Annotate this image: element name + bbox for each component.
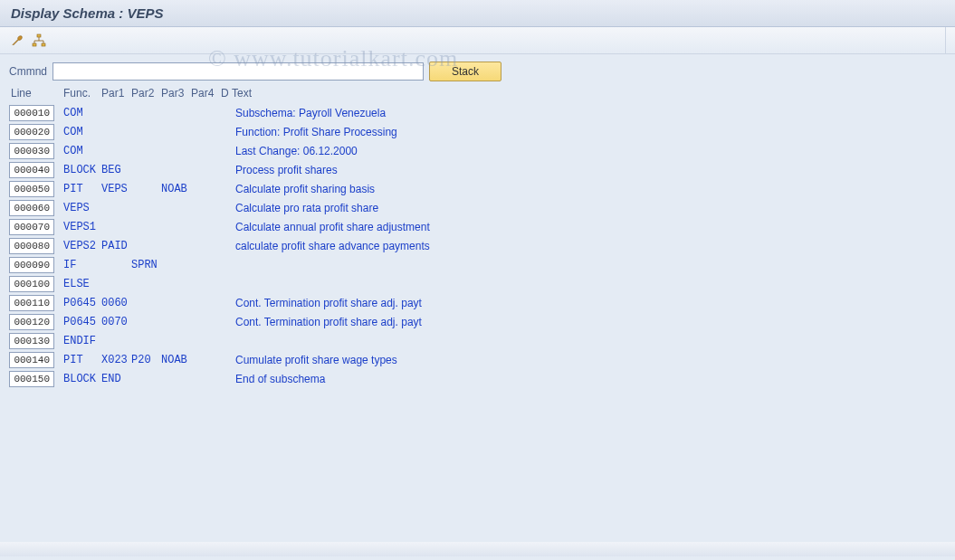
cell-func: VEPS1 — [63, 221, 101, 233]
rows-container: 000010COMSubschema: Payroll Venezuela000… — [0, 103, 955, 388]
cell-par2: SPRN — [131, 259, 161, 271]
structure-icon[interactable] — [31, 33, 47, 49]
cell-func: ENDIF — [63, 335, 101, 347]
cell-par1: 0070 — [101, 316, 131, 328]
line-number-input[interactable]: 000060 — [9, 200, 54, 216]
table-row: 000150BLOCKENDEnd of subschema — [0, 369, 955, 388]
line-number-input[interactable]: 000130 — [9, 333, 54, 349]
titlebar: Display Schema : VEPS — [0, 0, 955, 27]
table-row: 000040BLOCKBEGProcess profit shares — [0, 160, 955, 179]
cell-text: Cont. Termination profit share adj. payt — [232, 316, 946, 328]
table-row: 000050PITVEPSNOABCalculate profit sharin… — [0, 179, 955, 198]
svg-rect-1 — [33, 43, 36, 46]
cell-func: VEPS — [63, 202, 101, 214]
header-d: D — [221, 87, 232, 100]
toolbar-separator — [945, 27, 946, 54]
cell-text: Last Change: 06.12.2000 — [232, 145, 946, 157]
cell-func: PIT — [63, 354, 101, 366]
cell-par1: VEPS — [101, 183, 131, 195]
cell-par3: NOAB — [161, 183, 191, 195]
header-par1: Par1 — [101, 87, 131, 100]
table-row: 000120P06450070Cont. Termination profit … — [0, 312, 955, 331]
cell-text: Process profit shares — [232, 164, 946, 176]
table-row: 000130ENDIF — [0, 331, 955, 350]
page-title: Display Schema : VEPS — [11, 5, 163, 21]
table-row: 000090IFSPRN — [0, 255, 955, 274]
cell-par1: X023 — [101, 354, 131, 366]
cell-func: COM — [63, 145, 101, 157]
svg-rect-2 — [42, 43, 45, 46]
table-row: 000110P06450060Cont. Termination profit … — [0, 293, 955, 312]
cell-func: BLOCK — [63, 164, 101, 176]
table-row: 000030COMLast Change: 06.12.2000 — [0, 141, 955, 160]
cell-func: P0645 — [63, 297, 101, 309]
svg-rect-0 — [37, 34, 41, 37]
header-func: Func. — [63, 87, 101, 100]
cell-text: Function: Profit Share Processing — [232, 126, 946, 138]
cell-text: Subschema: Payroll Venezuela — [232, 107, 946, 119]
cell-text: End of subschema — [232, 373, 946, 385]
header-par3: Par3 — [161, 87, 191, 100]
line-number-input[interactable]: 000110 — [9, 295, 54, 311]
table-row: 000080VEPS2PAIDcalculate profit share ad… — [0, 236, 955, 255]
line-number-input[interactable]: 000050 — [9, 181, 54, 197]
header-par2: Par2 — [131, 87, 161, 100]
cell-func: IF — [63, 259, 101, 271]
line-number-input[interactable]: 000150 — [9, 371, 54, 387]
cell-text: Cumulate profit share wage types — [232, 354, 946, 366]
line-number-input[interactable]: 000120 — [9, 314, 54, 330]
line-number-input[interactable]: 000090 — [9, 257, 54, 273]
table-row: 000010COMSubschema: Payroll Venezuela — [0, 103, 955, 122]
cell-text: calculate profit share advance payments — [232, 240, 946, 252]
line-number-input[interactable]: 000100 — [9, 276, 54, 292]
cell-func: COM — [63, 107, 101, 119]
table-row: 000060VEPSCalculate pro rata profit shar… — [0, 198, 955, 217]
cell-text: Calculate pro rata profit share — [232, 202, 946, 214]
line-number-input[interactable]: 000140 — [9, 352, 54, 368]
table-row: 000100ELSE — [0, 274, 955, 293]
cell-func: BLOCK — [63, 373, 101, 385]
cell-text: Calculate profit sharing basis — [232, 183, 946, 195]
line-number-input[interactable]: 000070 — [9, 219, 54, 235]
wrench-icon[interactable] — [9, 33, 25, 49]
command-input[interactable] — [53, 62, 424, 81]
cell-par1: 0060 — [101, 297, 131, 309]
cell-func: VEPS2 — [63, 240, 101, 252]
cell-text: Cont. Termination profit share adj. payt — [232, 297, 946, 309]
cell-func: P0645 — [63, 316, 101, 328]
cell-par1: PAID — [101, 240, 131, 252]
command-label: Cmmnd — [9, 65, 47, 78]
line-number-input[interactable]: 000020 — [9, 124, 54, 140]
cell-par1: BEG — [101, 164, 131, 176]
toolbar — [0, 27, 955, 54]
column-headers: Line Func. Par1 Par2 Par3 Par4 D Text — [0, 85, 955, 103]
table-row: 000070VEPS1Calculate annual profit share… — [0, 217, 955, 236]
table-row: 000020COMFunction: Profit Share Processi… — [0, 122, 955, 141]
cell-par2: P20 — [131, 354, 161, 366]
cell-text: Calculate annual profit share adjustment — [232, 221, 946, 233]
header-par4: Par4 — [191, 87, 221, 100]
header-line: Line — [9, 87, 63, 100]
table-row: 000140PITX023P20NOABCumulate profit shar… — [0, 350, 955, 369]
cell-func: COM — [63, 126, 101, 138]
line-number-input[interactable]: 000080 — [9, 238, 54, 254]
cell-func: ELSE — [63, 278, 101, 290]
line-number-input[interactable]: 000040 — [9, 162, 54, 178]
cell-par1: END — [101, 373, 131, 385]
line-number-input[interactable]: 000010 — [9, 105, 54, 121]
cell-func: PIT — [63, 183, 101, 195]
line-number-input[interactable]: 000030 — [9, 143, 54, 159]
horizontal-scrollbar[interactable] — [0, 542, 955, 556]
cell-par3: NOAB — [161, 354, 191, 366]
stack-button[interactable]: Stack — [429, 62, 501, 81]
command-row: Cmmnd Stack — [0, 54, 955, 85]
header-text: Text — [232, 87, 946, 100]
